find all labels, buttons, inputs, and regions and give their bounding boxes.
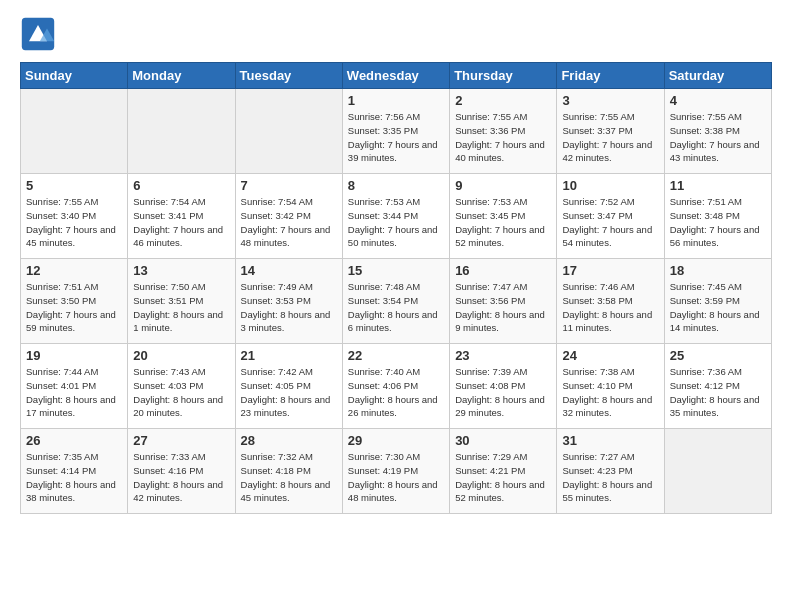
day-number: 11	[670, 178, 766, 193]
day-header-thursday: Thursday	[450, 63, 557, 89]
calendar-cell: 9Sunrise: 7:53 AM Sunset: 3:45 PM Daylig…	[450, 174, 557, 259]
calendar-cell: 26Sunrise: 7:35 AM Sunset: 4:14 PM Dayli…	[21, 429, 128, 514]
calendar-cell: 2Sunrise: 7:55 AM Sunset: 3:36 PM Daylig…	[450, 89, 557, 174]
calendar-cell: 8Sunrise: 7:53 AM Sunset: 3:44 PM Daylig…	[342, 174, 449, 259]
day-info: Sunrise: 7:53 AM Sunset: 3:45 PM Dayligh…	[455, 195, 551, 250]
calendar-cell: 7Sunrise: 7:54 AM Sunset: 3:42 PM Daylig…	[235, 174, 342, 259]
day-info: Sunrise: 7:54 AM Sunset: 3:41 PM Dayligh…	[133, 195, 229, 250]
day-number: 9	[455, 178, 551, 193]
day-info: Sunrise: 7:45 AM Sunset: 3:59 PM Dayligh…	[670, 280, 766, 335]
calendar-cell: 22Sunrise: 7:40 AM Sunset: 4:06 PM Dayli…	[342, 344, 449, 429]
day-header-saturday: Saturday	[664, 63, 771, 89]
day-number: 17	[562, 263, 658, 278]
day-info: Sunrise: 7:55 AM Sunset: 3:37 PM Dayligh…	[562, 110, 658, 165]
calendar-cell: 3Sunrise: 7:55 AM Sunset: 3:37 PM Daylig…	[557, 89, 664, 174]
day-number: 27	[133, 433, 229, 448]
day-number: 8	[348, 178, 444, 193]
header	[20, 16, 772, 52]
calendar-cell: 28Sunrise: 7:32 AM Sunset: 4:18 PM Dayli…	[235, 429, 342, 514]
day-info: Sunrise: 7:55 AM Sunset: 3:38 PM Dayligh…	[670, 110, 766, 165]
day-number: 3	[562, 93, 658, 108]
logo-icon	[20, 16, 56, 52]
calendar-cell	[235, 89, 342, 174]
calendar-cell: 23Sunrise: 7:39 AM Sunset: 4:08 PM Dayli…	[450, 344, 557, 429]
day-number: 14	[241, 263, 337, 278]
day-info: Sunrise: 7:32 AM Sunset: 4:18 PM Dayligh…	[241, 450, 337, 505]
day-info: Sunrise: 7:53 AM Sunset: 3:44 PM Dayligh…	[348, 195, 444, 250]
day-number: 28	[241, 433, 337, 448]
calendar-cell	[664, 429, 771, 514]
day-number: 6	[133, 178, 229, 193]
day-info: Sunrise: 7:35 AM Sunset: 4:14 PM Dayligh…	[26, 450, 122, 505]
day-info: Sunrise: 7:30 AM Sunset: 4:19 PM Dayligh…	[348, 450, 444, 505]
day-info: Sunrise: 7:46 AM Sunset: 3:58 PM Dayligh…	[562, 280, 658, 335]
day-number: 25	[670, 348, 766, 363]
day-header-tuesday: Tuesday	[235, 63, 342, 89]
day-info: Sunrise: 7:56 AM Sunset: 3:35 PM Dayligh…	[348, 110, 444, 165]
day-header-sunday: Sunday	[21, 63, 128, 89]
day-number: 13	[133, 263, 229, 278]
week-row-2: 5Sunrise: 7:55 AM Sunset: 3:40 PM Daylig…	[21, 174, 772, 259]
calendar-cell: 19Sunrise: 7:44 AM Sunset: 4:01 PM Dayli…	[21, 344, 128, 429]
day-info: Sunrise: 7:40 AM Sunset: 4:06 PM Dayligh…	[348, 365, 444, 420]
day-number: 12	[26, 263, 122, 278]
calendar-cell: 13Sunrise: 7:50 AM Sunset: 3:51 PM Dayli…	[128, 259, 235, 344]
day-info: Sunrise: 7:42 AM Sunset: 4:05 PM Dayligh…	[241, 365, 337, 420]
day-number: 21	[241, 348, 337, 363]
calendar-cell: 14Sunrise: 7:49 AM Sunset: 3:53 PM Dayli…	[235, 259, 342, 344]
day-number: 16	[455, 263, 551, 278]
day-header-row: SundayMondayTuesdayWednesdayThursdayFrid…	[21, 63, 772, 89]
day-info: Sunrise: 7:43 AM Sunset: 4:03 PM Dayligh…	[133, 365, 229, 420]
calendar-cell: 10Sunrise: 7:52 AM Sunset: 3:47 PM Dayli…	[557, 174, 664, 259]
week-row-5: 26Sunrise: 7:35 AM Sunset: 4:14 PM Dayli…	[21, 429, 772, 514]
day-number: 5	[26, 178, 122, 193]
calendar-cell	[128, 89, 235, 174]
day-number: 1	[348, 93, 444, 108]
calendar-cell: 12Sunrise: 7:51 AM Sunset: 3:50 PM Dayli…	[21, 259, 128, 344]
calendar-cell: 4Sunrise: 7:55 AM Sunset: 3:38 PM Daylig…	[664, 89, 771, 174]
day-info: Sunrise: 7:51 AM Sunset: 3:50 PM Dayligh…	[26, 280, 122, 335]
day-info: Sunrise: 7:55 AM Sunset: 3:40 PM Dayligh…	[26, 195, 122, 250]
day-info: Sunrise: 7:36 AM Sunset: 4:12 PM Dayligh…	[670, 365, 766, 420]
day-number: 10	[562, 178, 658, 193]
day-number: 15	[348, 263, 444, 278]
day-number: 4	[670, 93, 766, 108]
day-info: Sunrise: 7:54 AM Sunset: 3:42 PM Dayligh…	[241, 195, 337, 250]
day-number: 23	[455, 348, 551, 363]
calendar-cell: 29Sunrise: 7:30 AM Sunset: 4:19 PM Dayli…	[342, 429, 449, 514]
calendar-cell: 31Sunrise: 7:27 AM Sunset: 4:23 PM Dayli…	[557, 429, 664, 514]
day-number: 2	[455, 93, 551, 108]
day-header-monday: Monday	[128, 63, 235, 89]
day-info: Sunrise: 7:49 AM Sunset: 3:53 PM Dayligh…	[241, 280, 337, 335]
calendar-cell: 11Sunrise: 7:51 AM Sunset: 3:48 PM Dayli…	[664, 174, 771, 259]
day-number: 19	[26, 348, 122, 363]
calendar-page: SundayMondayTuesdayWednesdayThursdayFrid…	[0, 0, 792, 612]
day-info: Sunrise: 7:51 AM Sunset: 3:48 PM Dayligh…	[670, 195, 766, 250]
day-number: 7	[241, 178, 337, 193]
day-info: Sunrise: 7:39 AM Sunset: 4:08 PM Dayligh…	[455, 365, 551, 420]
calendar-cell: 1Sunrise: 7:56 AM Sunset: 3:35 PM Daylig…	[342, 89, 449, 174]
day-info: Sunrise: 7:47 AM Sunset: 3:56 PM Dayligh…	[455, 280, 551, 335]
day-info: Sunrise: 7:27 AM Sunset: 4:23 PM Dayligh…	[562, 450, 658, 505]
logo	[20, 16, 62, 52]
day-info: Sunrise: 7:52 AM Sunset: 3:47 PM Dayligh…	[562, 195, 658, 250]
week-row-1: 1Sunrise: 7:56 AM Sunset: 3:35 PM Daylig…	[21, 89, 772, 174]
day-number: 24	[562, 348, 658, 363]
calendar-cell	[21, 89, 128, 174]
calendar-cell: 27Sunrise: 7:33 AM Sunset: 4:16 PM Dayli…	[128, 429, 235, 514]
calendar-cell: 18Sunrise: 7:45 AM Sunset: 3:59 PM Dayli…	[664, 259, 771, 344]
week-row-4: 19Sunrise: 7:44 AM Sunset: 4:01 PM Dayli…	[21, 344, 772, 429]
day-number: 31	[562, 433, 658, 448]
day-info: Sunrise: 7:29 AM Sunset: 4:21 PM Dayligh…	[455, 450, 551, 505]
calendar-table: SundayMondayTuesdayWednesdayThursdayFrid…	[20, 62, 772, 514]
calendar-cell: 6Sunrise: 7:54 AM Sunset: 3:41 PM Daylig…	[128, 174, 235, 259]
day-number: 30	[455, 433, 551, 448]
day-number: 22	[348, 348, 444, 363]
calendar-cell: 21Sunrise: 7:42 AM Sunset: 4:05 PM Dayli…	[235, 344, 342, 429]
day-number: 20	[133, 348, 229, 363]
calendar-cell: 5Sunrise: 7:55 AM Sunset: 3:40 PM Daylig…	[21, 174, 128, 259]
day-number: 18	[670, 263, 766, 278]
day-header-wednesday: Wednesday	[342, 63, 449, 89]
day-number: 29	[348, 433, 444, 448]
day-info: Sunrise: 7:44 AM Sunset: 4:01 PM Dayligh…	[26, 365, 122, 420]
